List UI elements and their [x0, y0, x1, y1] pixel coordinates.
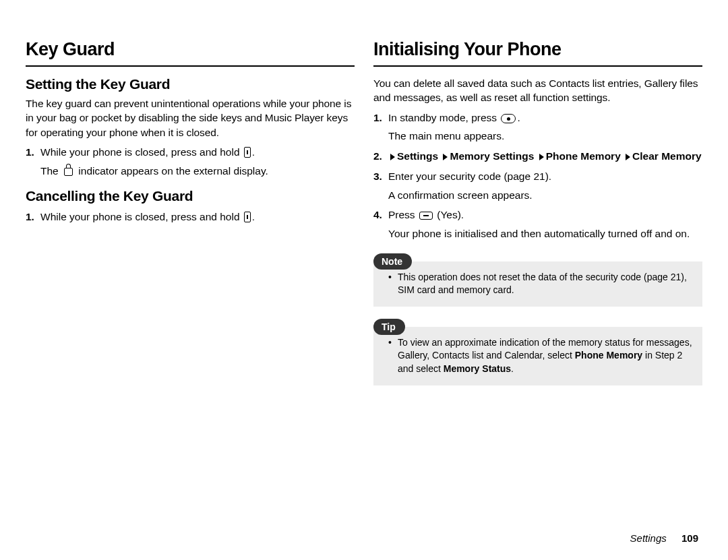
step-text: While your phone is closed, press and ho…: [40, 146, 243, 158]
intro-setting-key-guard: The key guard can prevent unintentional …: [26, 96, 355, 139]
menu-path: Settings Memory Settings Phone Memory Cl…: [388, 149, 702, 164]
step-number: 1.: [373, 111, 384, 144]
list-item: 1. While your phone is closed, press and…: [26, 210, 355, 224]
right-column: Initialising Your Phone You can delete a…: [373, 39, 702, 385]
left-column: Key Guard Setting the Key Guard The key …: [26, 39, 355, 385]
triangle-icon: [390, 154, 395, 160]
step-number: 4.: [373, 208, 384, 241]
subhead-cancelling-key-guard: Cancelling the Key Guard: [26, 188, 355, 204]
subhead-setting-key-guard: Setting the Key Guard: [26, 76, 355, 92]
side-key-icon: [244, 147, 251, 158]
triangle-icon: [539, 154, 544, 160]
step-text: (Yes).: [434, 209, 464, 220]
note-text: This operation does not reset the data o…: [398, 271, 693, 297]
lock-icon: [64, 168, 73, 176]
heading-initialising: Initialising Your Phone: [373, 39, 702, 67]
bullet-icon: •: [388, 271, 394, 297]
step-text: While your phone is closed, press and ho…: [40, 211, 243, 222]
step-number: 1.: [26, 145, 36, 178]
step-text: In standby mode, press: [388, 112, 499, 123]
step-sub-text: indicator appears on the external displa…: [75, 165, 268, 177]
step-text: .: [252, 146, 255, 158]
note-callout: Note • This operation does not reset the…: [373, 253, 702, 307]
list-item: 2. Settings Memory Settings Phone Memory…: [373, 149, 702, 164]
footer-section: Settings: [630, 532, 667, 544]
step-text: .: [252, 211, 255, 222]
step-sub-text: A confirmation screen appears.: [388, 188, 702, 203]
list-item: 1. While your phone is closed, press and…: [26, 145, 355, 178]
step-sub-text: The: [40, 165, 61, 177]
heading-key-guard: Key Guard: [26, 39, 355, 67]
tip-label: Tip: [373, 319, 405, 335]
step-number: 2.: [373, 149, 384, 164]
page-spread: Key Guard Setting the Key Guard The key …: [0, 0, 728, 385]
footer-page-number: 109: [681, 532, 698, 544]
triangle-icon: [443, 154, 448, 160]
center-key-icon: [501, 114, 516, 123]
list-item: 1. In standby mode, press . The main men…: [373, 111, 702, 144]
note-label: Note: [373, 253, 412, 270]
tip-callout: Tip • To view an approximate indication …: [373, 319, 702, 385]
step-text: .: [517, 112, 520, 123]
bullet-icon: •: [388, 336, 394, 376]
intro-initialising: You can delete all saved data such as Co…: [373, 76, 702, 105]
step-text: Enter your security code (page 21).: [388, 170, 551, 182]
step-number: 3.: [373, 169, 384, 202]
page-footer: Settings 109: [630, 532, 698, 544]
step-number: 1.: [26, 210, 36, 224]
softkey-icon: [419, 212, 433, 220]
step-sub-text: Your phone is initialised and then autom…: [388, 226, 702, 241]
side-key-icon: [244, 212, 251, 222]
tip-text: To view an approximate indication of the…: [398, 336, 693, 376]
list-item: 4. Press (Yes). Your phone is initialise…: [373, 208, 702, 241]
step-text: Press: [388, 209, 418, 220]
list-item: 3. Enter your security code (page 21). A…: [373, 169, 702, 202]
step-sub-text: The main menu appears.: [388, 129, 702, 144]
triangle-icon: [626, 154, 630, 160]
